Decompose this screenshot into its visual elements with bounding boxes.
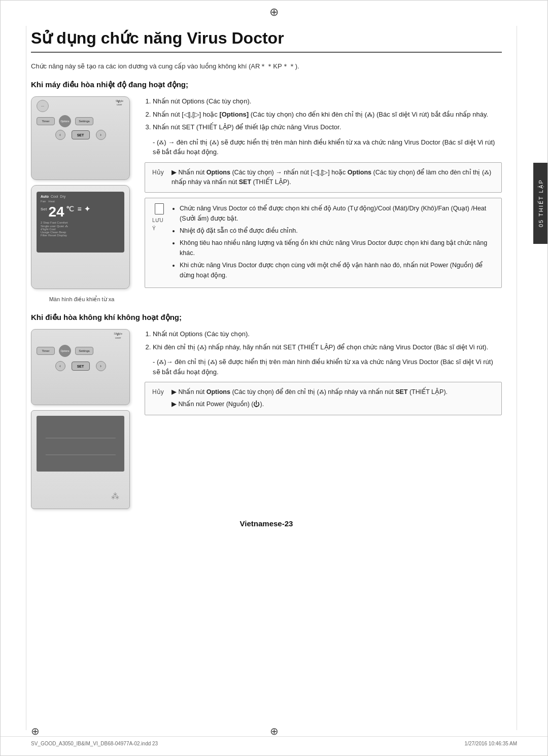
page-wrapper: ⊕ 05 THIẾT LẬP Sử dụng chức năng Virus D…	[0, 0, 548, 756]
temp-degree: ℃	[66, 205, 74, 213]
section1-sub-step: - (⁂) → đèn chỉ thị (⁂) sẽ được hiển thị…	[145, 137, 502, 157]
panel-btn-row: Timer Options Settings	[37, 345, 93, 357]
settings-btn: Settings	[75, 117, 93, 125]
left-compass-icon: ⊕	[31, 725, 40, 737]
section2-text: Nhất nút Options (Các tùy chọn). Khi đèn…	[145, 329, 502, 509]
right-arrow-btn: ›	[96, 130, 106, 140]
luu-y-box-1: LƯU Ý Chức năng Virus Doctor có thể được…	[145, 198, 502, 288]
doc-icon	[155, 203, 164, 214]
note-item-2: Nhiệt độ đặt sẵn có thể được điều chỉnh.	[180, 226, 494, 236]
section1-heading: Khi máy điều hòa nhiệt độ đang hoạt động…	[31, 80, 502, 89]
panel-set-btn: SET	[72, 362, 90, 371]
step2-1: Nhất nút Options (Các tùy chọn).	[153, 329, 502, 339]
cancel-label-1: Hủy	[152, 168, 166, 177]
luu-y-icon: LƯU Ý	[152, 203, 166, 232]
display-screen: Auto Cool Dry Fan Heat Set 24 ℃ ≡ ✦ 2	[37, 192, 124, 253]
side-tab: 05 THIẾT LẬP	[533, 163, 547, 244]
note-item-3: Không tiêu hao nhiều năng lượng và tiếng…	[180, 238, 494, 258]
section1-row: Singleuser ∨ — Timer Options Settings ‹	[31, 96, 502, 303]
panel-left-arrow: ‹	[55, 361, 65, 371]
luu-y-label: LƯU Ý	[152, 217, 166, 232]
set-btn: SET	[72, 130, 90, 139]
cancel-label-2: Hủy	[152, 387, 166, 397]
remote-row-1: —	[37, 100, 124, 112]
wall-virus-icon: ⁂	[111, 491, 119, 501]
options-btn: Options	[59, 115, 71, 127]
img-caption-1: Màn hình điều khiển từ xa	[31, 296, 132, 303]
mode-dry: Dry	[60, 195, 65, 198]
left-arrow-btn: ‹	[55, 130, 65, 140]
remote-row-3: ‹ SET ›	[37, 130, 124, 140]
section1-steps: Nhấn nút Options (Các tùy chọn). Nhấn nú…	[145, 96, 502, 132]
display-remote-image: Auto Cool Dry Fan Heat Set 24 ℃ ≡ ✦ 2	[31, 185, 130, 289]
cancel-line-1: ▶ Nhấn nút Options (Các tùy chọn) để đèn…	[172, 387, 448, 397]
wall-remote-image: ⁂	[31, 410, 130, 509]
filter-labels: Filter Reset Display	[41, 234, 120, 237]
remote-row-2: Timer Options Settings	[37, 115, 124, 127]
panel-row-3: ‹ SET ›	[37, 361, 124, 371]
panel-chevron: ∨	[116, 331, 119, 337]
note-item-4: Khi chức năng Virus Doctor được chọn cùn…	[180, 260, 494, 280]
equals-icon: ≡	[78, 205, 82, 213]
set-label: Set	[41, 207, 47, 211]
wall-screen	[37, 416, 124, 472]
panel-remote-image: Singleuser ∨ Timer Options Settings ‹ SE…	[31, 329, 130, 405]
btn-row-2: Timer Options Settings	[37, 115, 93, 127]
note-list: Chức năng Virus Doctor có thể được chọn …	[172, 203, 494, 280]
cancel-line-2: ▶ Nhấn nút Power (Nguồn) (⏻).	[172, 400, 448, 409]
cancel-content-1: ▶ Nhấn nút Options (Các tùy chọn) → nhấn…	[172, 168, 494, 188]
cancel-box-1: Hủy ▶ Nhấn nút Options (Các tùy chọn) → …	[145, 162, 502, 193]
section2-heading: Khi điều hòa không khí không hoạt động;	[31, 313, 502, 322]
section2-steps: Nhất nút Options (Các tùy chọn). Khi đèn…	[145, 329, 502, 352]
mode-row: Auto Cool Dry	[41, 195, 120, 198]
step-1: Nhấn nút Options (Các tùy chọn).	[153, 96, 502, 106]
panel-row-2: Timer Options Settings	[37, 345, 124, 357]
panel-right-arrow: ›	[96, 361, 106, 371]
single-labels: Single user Quiet ⁂	[41, 224, 120, 228]
step-3: Nhấn nút SET (THIẾT LẬP) để thiết lập ch…	[153, 122, 502, 132]
main-content: Sử dụng chức năng Virus Doctor Chức năng…	[1, 1, 547, 563]
step2-2: Khi đèn chỉ thị (⁂) nhấp nháy, hãy nhấn …	[153, 342, 502, 352]
section2-sub-step: - (⁂)→ đèn chỉ thị (⁂) sẽ được hiển thị …	[145, 357, 502, 377]
top-left-btn: —	[37, 100, 49, 112]
cancel-content-2: ▶ Nhấn nút Options (Các tùy chọn) để đèn…	[172, 387, 448, 410]
page-number: Vietnamese-23	[31, 519, 502, 528]
panel-timer-btn: Timer	[37, 347, 55, 355]
panel-options-btn: Options	[59, 345, 71, 357]
cancel-box-2: Hủy ▶ Nhấn nút Options (Các tùy chọn) để…	[145, 382, 502, 415]
intro-text: Chức năng này sẽ tạo ra các ion dương và…	[31, 62, 502, 71]
bottom-compass-icon: ⊕	[270, 725, 279, 737]
footer-right: 1/27/2016 10:46:35 AM	[465, 741, 517, 746]
note-item-1: Chức năng Virus Doctor có thể được chọn …	[180, 203, 494, 224]
remote-control-image-1: Singleuser ∨ — Timer Options Settings ‹	[31, 96, 130, 180]
top-compass-icon: ⊕	[269, 6, 279, 19]
timer-btn: Timer	[37, 117, 55, 125]
section2-row: Singleuser ∨ Timer Options Settings ‹ SE…	[31, 329, 502, 509]
temp-number: 24	[48, 204, 64, 220]
step-2: Nhấn nút [◁],[▷] hoặc [Options] (Các tùy…	[153, 110, 502, 120]
wall-screen-line1	[45, 438, 115, 439]
footer-left: SV_GOOD_A3050_IB&IM_VI_DB68-04977A-02.in…	[31, 741, 158, 746]
panel-settings-btn: Settings	[75, 347, 93, 355]
fan-icon: ✦	[84, 205, 90, 213]
left-margin	[26, 26, 26, 730]
page-footer: SV_GOOD_A3050_IB&IM_VI_DB68-04977A-02.in…	[1, 736, 547, 746]
mode-row-2: Fan Heat	[41, 200, 120, 203]
section1-text: Nhấn nút Options (Các tùy chọn). Nhấn nú…	[145, 96, 502, 303]
mode-cool: Cool	[51, 195, 58, 198]
page-title: Sử dụng chức năng Virus Doctor	[31, 28, 502, 53]
temp-display: Set 24 ℃ ≡ ✦	[41, 204, 120, 220]
luu-y-content: Chức năng Virus Doctor có thể được chọn …	[172, 203, 494, 282]
right-margin	[517, 26, 517, 730]
wall-screen-line2	[45, 455, 115, 455]
mode-auto: Auto	[41, 195, 49, 198]
section1-images: Singleuser ∨ — Timer Options Settings ‹	[31, 96, 132, 303]
section2-images: Singleuser ∨ Timer Options Settings ‹ SE…	[31, 329, 132, 509]
